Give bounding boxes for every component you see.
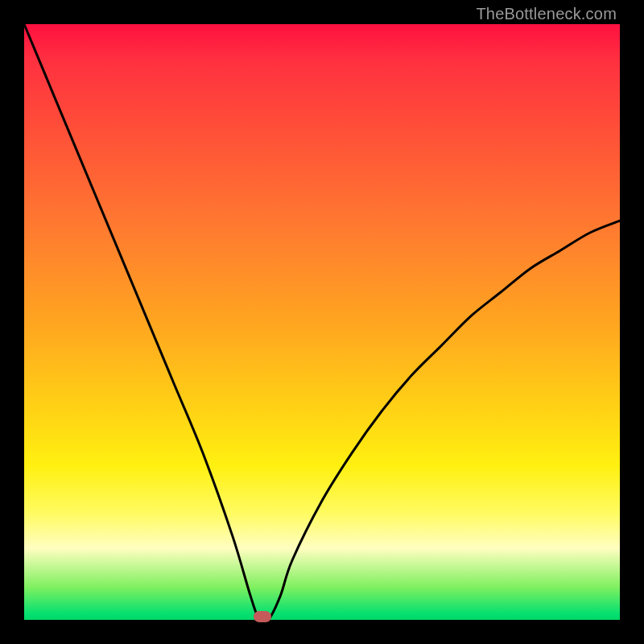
watermark-text: TheBottleneck.com (476, 5, 617, 23)
plot-area (24, 24, 620, 620)
chart-container: TheBottleneck.com (0, 0, 644, 644)
curve-svg (24, 24, 620, 620)
bottleneck-curve (24, 24, 620, 623)
optimal-point-marker (254, 611, 271, 622)
